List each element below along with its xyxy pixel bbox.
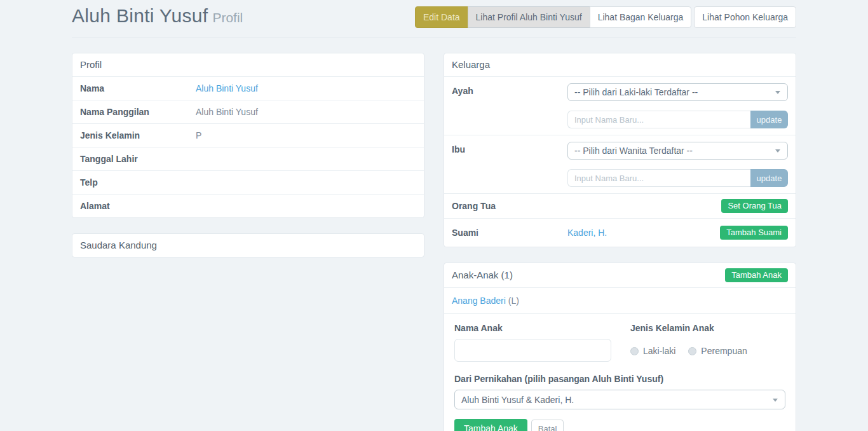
keluarga-panel-title: Keluarga (444, 53, 796, 76)
radio-unchecked-icon (688, 347, 696, 355)
ayah-new-name-input[interactable] (567, 111, 750, 128)
row-label-telp: Telp (80, 177, 196, 188)
tambah-anak-header-button[interactable]: Tambah Anak (725, 268, 788, 282)
suami-label: Suami (452, 228, 567, 238)
saudara-kandung-panel: Saudara Kandung (72, 233, 424, 257)
jenis-kelamin-anak-label: Jenis Kelamin Anak (630, 323, 785, 333)
tambah-anak-submit-button[interactable]: Tambah Anak (454, 419, 527, 431)
ibu-select-wrap: -- Pilih dari Wanita Terdaftar -- (567, 142, 788, 160)
table-row: Telp (72, 170, 424, 194)
left-column: Profil Nama Aluh Binti Yusuf Nama Panggi… (72, 53, 424, 431)
ayah-update-button[interactable]: update (750, 111, 788, 128)
profil-panel: Profil Nama Aluh Binti Yusuf Nama Panggi… (72, 53, 424, 218)
tambah-suami-button[interactable]: Tambah Suami (720, 226, 788, 240)
child-list-item: Anang Baderi (L) (444, 287, 796, 313)
profil-panel-title: Profil (72, 53, 424, 76)
row-label-jenis-kelamin: Jenis Kelamin (80, 130, 196, 140)
radio-perempuan-label: Perempuan (701, 346, 747, 356)
ibu-select[interactable]: -- Pilih dari Wanita Terdaftar -- (567, 142, 788, 160)
saudara-kandung-panel-title: Saudara Kandung (72, 234, 424, 257)
pernikahan-select-wrap: Aluh Binti Yusuf & Kaderi, H. (454, 390, 785, 409)
add-child-form: Nama Anak Jenis Kelamin Anak Laki-laki (444, 313, 796, 431)
ibu-input-group: update (567, 169, 788, 187)
ayah-select[interactable]: -- Pilih dari Laki-laki Terdaftar -- (567, 83, 788, 101)
table-row: Tanggal Lahir (72, 147, 424, 170)
radio-laki-laki-label: Laki-laki (643, 346, 675, 356)
pernikahan-select[interactable]: Aluh Binti Yusuf & Kaderi, H. (454, 390, 785, 409)
lihat-pohon-keluarga-button[interactable]: Lihat Pohon Keluarga (694, 6, 796, 28)
row-label-nama-panggilan: Nama Panggilan (80, 107, 196, 117)
anak-anak-panel: Anak-Anak (1) Tambah Anak Anang Baderi (… (444, 263, 796, 431)
ibu-row: Ibu -- Pilih dari Wanita Terdaftar -- up… (444, 135, 796, 193)
table-row: Nama Panggilan Aluh Binti Yusuf (72, 100, 424, 123)
child-name-link[interactable]: Anang Baderi (452, 296, 506, 306)
radio-option-perempuan[interactable]: Perempuan (688, 346, 747, 356)
page-subtitle: Profil (212, 10, 243, 25)
nama-anak-label: Nama Anak (454, 323, 611, 333)
radio-unchecked-icon (630, 347, 639, 355)
ibu-new-name-input[interactable] (567, 169, 750, 187)
nama-anak-input[interactable] (454, 339, 611, 362)
page-title: Aluh Binti Yusuf (72, 5, 208, 26)
radio-option-laki-laki[interactable]: Laki-laki (630, 346, 675, 356)
orang-tua-row: Orang Tua Set Orang Tua (444, 193, 796, 218)
gender-radio-group: Laki-laki Perempuan (630, 339, 785, 356)
header-button-toolbar: Edit Data Lihat Profil Aluh Binti Yusuf … (415, 6, 796, 28)
form-actions: Tambah Anak Batal (454, 419, 785, 431)
set-orang-tua-button[interactable]: Set Orang Tua (721, 199, 788, 213)
suami-row: Suami Kaderi, H. Tambah Suami (444, 218, 796, 247)
lihat-bagan-keluarga-button[interactable]: Lihat Bagan Keluarga (590, 6, 692, 28)
page-title-block: Aluh Binti YusufProfil (72, 4, 243, 28)
table-row: Nama Aluh Binti Yusuf (72, 76, 424, 100)
row-label-nama: Nama (80, 83, 196, 93)
ibu-update-button[interactable]: update (750, 169, 788, 187)
child-gender-tag: (L) (508, 296, 519, 306)
orang-tua-label: Orang Tua (452, 201, 567, 211)
anak-anak-panel-heading: Anak-Anak (1) Tambah Anak (444, 263, 796, 287)
table-row: Alamat (72, 194, 424, 217)
keluarga-panel: Keluarga Ayah -- Pilih dari Laki-laki Te… (444, 53, 796, 247)
dari-pernikahan-label: Dari Pernikahan (pilih pasangan Aluh Bin… (454, 374, 785, 384)
ayah-row: Ayah -- Pilih dari Laki-laki Terdaftar -… (444, 76, 796, 135)
ayah-input-group: update (567, 111, 788, 128)
header-button-group: Edit Data Lihat Profil Aluh Binti Yusuf … (415, 6, 691, 28)
nama-panggilan-value: Aluh Binti Yusuf (196, 107, 258, 117)
page-container: Aluh Binti YusufProfil Edit Data Lihat P… (72, 0, 796, 431)
ayah-select-wrap: -- Pilih dari Laki-laki Terdaftar -- (567, 83, 788, 101)
ibu-label: Ibu (452, 142, 567, 187)
nama-value-link[interactable]: Aluh Binti Yusuf (196, 83, 258, 93)
jenis-kelamin-value: P (196, 130, 201, 140)
row-label-alamat: Alamat (80, 201, 196, 211)
page-header: Aluh Binti YusufProfil Edit Data Lihat P… (72, 4, 796, 38)
ayah-label: Ayah (452, 83, 567, 128)
lihat-profil-button[interactable]: Lihat Profil Aluh Binti Yusuf (468, 6, 590, 28)
table-row: Jenis Kelamin P (72, 123, 424, 147)
row-label-tanggal-lahir: Tanggal Lahir (80, 154, 196, 164)
suami-name-link[interactable]: Kaderi, H. (567, 228, 607, 238)
right-column: Keluarga Ayah -- Pilih dari Laki-laki Te… (444, 53, 796, 431)
anak-anak-panel-title: Anak-Anak (1) (452, 269, 513, 282)
batal-button[interactable]: Batal (531, 420, 564, 431)
edit-data-button[interactable]: Edit Data (415, 6, 468, 28)
